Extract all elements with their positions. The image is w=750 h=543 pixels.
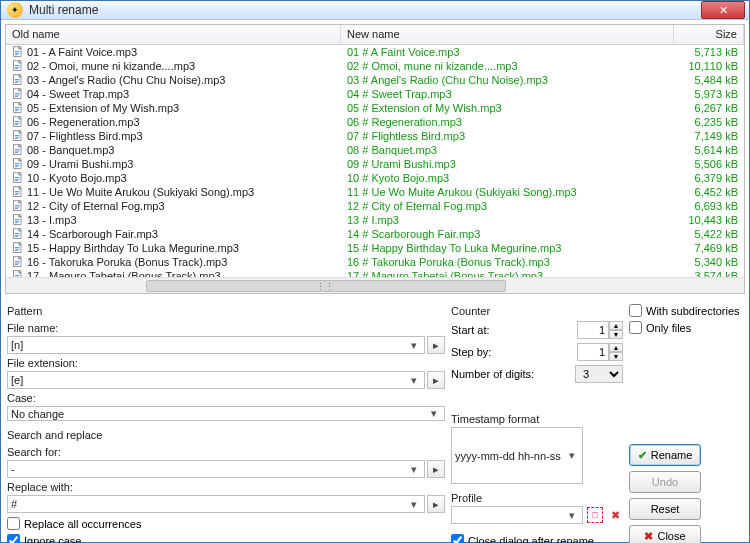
chevron-down-icon: ▾ — [427, 407, 441, 420]
table-row[interactable]: 15 - Happy Birthday To Luka Megurine.mp3… — [6, 241, 744, 255]
table-row[interactable]: 02 - Omoi, mune ni kizande....mp302 # Om… — [6, 59, 744, 73]
reset-button[interactable]: Reset — [629, 498, 701, 520]
replace-with-menu-button[interactable]: ▸ — [427, 495, 445, 513]
timestamp-combo[interactable]: yyyy-mm-dd hh-nn-ss ▾ — [451, 427, 583, 484]
spin-up-icon[interactable]: ▲ — [609, 343, 623, 352]
old-name-cell: 05 - Extension of My Wish.mp3 — [27, 102, 179, 114]
close-button[interactable]: ✖ Close — [629, 525, 701, 543]
horizontal-scrollbar[interactable]: ⋮⋮ — [6, 277, 744, 293]
file-icon — [12, 102, 24, 114]
new-name-cell: 14 # Scarborough Fair.mp3 — [341, 228, 674, 240]
case-label: Case: — [7, 392, 445, 404]
svg-rect-47 — [15, 208, 18, 209]
svg-rect-11 — [15, 82, 18, 83]
filename-pattern-menu-button[interactable]: ▸ — [427, 336, 445, 354]
table-row[interactable]: 09 - Urami Bushi.mp309 # Urami Bushi.mp3… — [6, 157, 744, 171]
file-extension-menu-button[interactable]: ▸ — [427, 371, 445, 389]
table-row[interactable]: 05 - Extension of My Wish.mp305 # Extens… — [6, 101, 744, 115]
table-row[interactable]: 04 - Sweet Trap.mp304 # Sweet Trap.mp35,… — [6, 87, 744, 101]
table-row[interactable]: 06 - Regeneration.mp306 # Regeneration.m… — [6, 115, 744, 129]
table-row[interactable]: 17 - Maguro Tabetai (Bonus Track).mp317 … — [6, 269, 744, 277]
size-cell: 5,973 kB — [674, 88, 744, 100]
file-icon — [12, 60, 24, 72]
new-name-cell: 02 # Omoi, mune ni kizande....mp3 — [341, 60, 674, 72]
table-row[interactable]: 10 - Kyoto Bojo.mp310 # Kyoto Bojo.mp36,… — [6, 171, 744, 185]
svg-rect-43 — [15, 194, 18, 195]
svg-rect-19 — [15, 110, 18, 111]
svg-rect-15 — [15, 96, 18, 97]
with-subdirectories-checkbox[interactable]: With subdirectories — [629, 304, 743, 317]
table-row[interactable]: 08 - Banquet.mp308 # Banquet.mp35,614 kB — [6, 143, 744, 157]
spin-down-icon[interactable]: ▼ — [609, 330, 623, 339]
table-row[interactable]: 11 - Ue Wo Muite Arukou (Sukiyaki Song).… — [6, 185, 744, 199]
old-name-cell: 07 - Flightless Bird.mp3 — [27, 130, 143, 142]
old-name-cell: 10 - Kyoto Bojo.mp3 — [27, 172, 127, 184]
svg-rect-63 — [15, 264, 18, 265]
search-for-combo[interactable]: - ▾ — [7, 460, 425, 478]
svg-rect-9 — [15, 79, 20, 80]
new-name-cell: 15 # Happy Birthday To Luka Megurine.mp3 — [341, 242, 674, 254]
size-cell: 5,422 kB — [674, 228, 744, 240]
table-row[interactable]: 07 - Flightless Bird.mp307 # Flightless … — [6, 129, 744, 143]
old-name-cell: 08 - Banquet.mp3 — [27, 144, 114, 156]
replace-all-checkbox[interactable]: Replace all occurrences — [7, 517, 445, 530]
ignore-case-checkbox[interactable]: Ignore case — [7, 534, 445, 543]
new-name-cell: 01 # A Faint Voice.mp3 — [341, 46, 674, 58]
new-name-cell: 07 # Flightless Bird.mp3 — [341, 130, 674, 142]
profile-delete-button[interactable]: ✖ — [607, 507, 623, 523]
window-close-button[interactable]: ✕ — [701, 1, 745, 19]
column-header-old[interactable]: Old name — [6, 25, 341, 44]
profile-save-button[interactable]: □ — [587, 507, 603, 523]
file-table: Old name New name Size 01 - A Faint Voic… — [5, 24, 745, 294]
svg-rect-22 — [15, 123, 20, 124]
svg-rect-38 — [15, 179, 20, 180]
table-row[interactable]: 16 - Takoruka Poruka (Bonus Track).mp316… — [6, 255, 744, 269]
digits-select[interactable]: 3 — [575, 365, 623, 383]
svg-rect-55 — [15, 236, 18, 237]
undo-button[interactable]: Undo — [629, 471, 701, 493]
file-icon — [12, 228, 24, 240]
column-header-new[interactable]: New name — [341, 25, 674, 44]
only-files-checkbox[interactable]: Only files — [629, 321, 743, 334]
table-row[interactable]: 13 - I.mp313 # I.mp310,443 kB — [6, 213, 744, 227]
svg-rect-58 — [15, 249, 20, 250]
svg-rect-39 — [15, 180, 18, 181]
size-cell: 3,574 kB — [674, 270, 744, 277]
size-cell: 7,149 kB — [674, 130, 744, 142]
svg-rect-30 — [15, 151, 20, 152]
svg-rect-35 — [15, 166, 18, 167]
table-row[interactable]: 01 - A Faint Voice.mp301 # A Faint Voice… — [6, 45, 744, 59]
file-icon — [12, 242, 24, 254]
window-title: Multi rename — [29, 3, 98, 17]
new-name-cell: 06 # Regeneration.mp3 — [341, 116, 674, 128]
timestamp-heading: Timestamp format — [451, 413, 623, 425]
titlebar[interactable]: ✦ Multi rename ✕ — [1, 1, 749, 20]
file-extension-combo[interactable]: [e] ▾ — [7, 371, 425, 389]
spin-up-icon[interactable]: ▲ — [609, 321, 623, 330]
table-row[interactable]: 12 - City of Eternal Fog.mp312 # City of… — [6, 199, 744, 213]
profile-heading: Profile — [451, 492, 623, 504]
old-name-cell: 13 - I.mp3 — [27, 214, 77, 226]
svg-rect-65 — [15, 275, 20, 276]
size-cell: 6,379 kB — [674, 172, 744, 184]
filename-pattern-combo[interactable]: [n] ▾ — [7, 336, 425, 354]
start-at-spinner[interactable]: ▲▼ — [577, 321, 623, 339]
replace-with-combo[interactable]: # ▾ — [7, 495, 425, 513]
step-by-label: Step by: — [451, 346, 577, 358]
file-icon — [12, 46, 24, 58]
close-after-checkbox[interactable]: Close dialog after rename — [451, 534, 623, 543]
column-header-size[interactable]: Size — [674, 25, 744, 44]
rename-button[interactable]: ✔ Rename — [629, 444, 701, 466]
svg-rect-3 — [15, 54, 18, 55]
svg-rect-50 — [15, 221, 20, 222]
table-row[interactable]: 03 - Angel's Radio (Chu Chu Noise).mp303… — [6, 73, 744, 87]
search-for-menu-button[interactable]: ▸ — [427, 460, 445, 478]
table-row[interactable]: 14 - Scarborough Fair.mp314 # Scarboroug… — [6, 227, 744, 241]
step-by-spinner[interactable]: ▲▼ — [577, 343, 623, 361]
spin-down-icon[interactable]: ▼ — [609, 352, 623, 361]
profile-combo[interactable]: ▾ — [451, 506, 583, 524]
svg-rect-6 — [15, 67, 20, 68]
case-combo[interactable]: No change ▾ — [7, 406, 445, 421]
file-icon — [12, 214, 24, 226]
new-name-cell: 03 # Angel's Radio (Chu Chu Noise).mp3 — [341, 74, 674, 86]
